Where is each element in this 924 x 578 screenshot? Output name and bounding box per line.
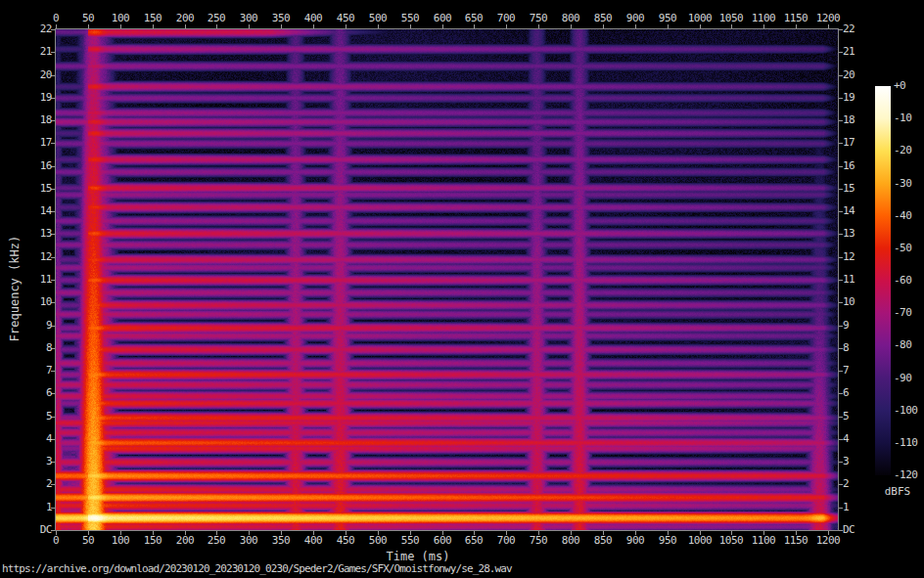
colorbar-tick-label: -90 — [894, 372, 911, 385]
y-tick-label-right: 9 — [843, 319, 849, 333]
x-tick-label-top: 550 — [401, 12, 419, 25]
x-tick-label-top: 150 — [144, 12, 162, 25]
colorbar-tick-label: +0 — [894, 79, 905, 93]
x-tick-label-bottom: 700 — [497, 534, 515, 548]
y-tick-label-left: 1 — [0, 501, 52, 514]
x-tick-label-bottom: 1100 — [752, 534, 776, 548]
x-tick-label-bottom: 550 — [401, 534, 419, 548]
x-tick-label-bottom: 400 — [304, 534, 322, 548]
y-tick-label-right: 7 — [843, 364, 849, 378]
x-tick-label-top: 600 — [434, 12, 451, 25]
y-tick-label-left: 17 — [0, 136, 52, 150]
colorbar-title: dBFS — [875, 485, 920, 498]
y-tick-label-right: 19 — [843, 91, 855, 105]
x-axis-title: Time (ms) — [386, 550, 449, 563]
y-tick-label-left: 15 — [0, 182, 52, 196]
y-tick-label-left: 16 — [0, 159, 52, 173]
x-tick-label-bottom: 950 — [659, 534, 676, 548]
x-tick-label-bottom: 50 — [82, 534, 94, 548]
y-tick-label-left: 10 — [0, 295, 52, 309]
x-tick-label-bottom: 900 — [626, 534, 644, 548]
y-tick-label-right: 16 — [843, 159, 855, 173]
plot-frame — [56, 29, 838, 530]
x-tick-label-top: 400 — [304, 12, 322, 25]
y-tick-label-right: 15 — [843, 182, 855, 196]
y-tick-label-right: 8 — [843, 341, 849, 355]
x-tick-label-bottom: 200 — [176, 534, 194, 548]
colorbar-tick-label: -10 — [894, 111, 911, 125]
colorbar-tick-label: -100 — [894, 404, 918, 418]
y-tick-label-right: 6 — [843, 386, 849, 400]
spectrogram-window: Frequency (kHz) 050100150200250300350400… — [0, 0, 924, 578]
y-tick-label-right: 3 — [843, 455, 849, 468]
x-tick-label-top: 450 — [337, 12, 354, 25]
y-tick-label-right: 14 — [843, 204, 855, 218]
spectrogram-canvas — [56, 29, 838, 530]
colorbar-tick-label: -30 — [894, 177, 911, 191]
colorbar-tick-label: -120 — [894, 468, 918, 482]
y-tick-label-left: 13 — [0, 227, 52, 241]
y-tick-label-right: 17 — [843, 136, 855, 150]
y-tick-label-left: 5 — [0, 410, 52, 423]
x-tick-label-bottom: 350 — [272, 534, 290, 548]
y-tick-label-left: 20 — [0, 68, 52, 82]
x-tick-label-bottom: 450 — [337, 534, 354, 548]
x-tick-label-top: 200 — [176, 12, 194, 25]
y-tick-label-right: 5 — [843, 410, 849, 423]
x-tick-label-bottom: 100 — [112, 534, 129, 548]
x-tick-label-bottom: 600 — [434, 534, 451, 548]
x-tick-label-top: 1100 — [752, 12, 776, 25]
y-tick-label-right: 12 — [843, 250, 855, 264]
colorbar — [875, 86, 891, 475]
y-tick-label-right: 11 — [843, 273, 855, 287]
x-tick-label-bottom: 1050 — [719, 534, 744, 548]
y-tick-label-left: 14 — [0, 204, 52, 218]
y-tick-label-right: 13 — [843, 227, 855, 241]
y-tick-label-right: 18 — [843, 113, 855, 127]
x-tick-label-top: 350 — [272, 12, 290, 25]
y-tick-label-left: 21 — [0, 45, 52, 59]
y-tick-label-right: 1 — [843, 501, 849, 514]
x-tick-label-top: 100 — [112, 12, 129, 25]
x-tick-label-bottom: 850 — [594, 534, 612, 548]
x-tick-label-top: 850 — [594, 12, 612, 25]
x-tick-label-top: 500 — [369, 12, 387, 25]
x-tick-label-top: 700 — [497, 12, 515, 25]
x-tick-label-top: 950 — [659, 12, 676, 25]
x-tick-label-top: 900 — [626, 12, 644, 25]
x-tick-label-bottom: 650 — [465, 534, 483, 548]
x-tick-label-top: 1200 — [816, 12, 841, 25]
x-tick-label-top: 1150 — [784, 12, 808, 25]
y-tick-label-left: 3 — [0, 455, 52, 468]
y-tick-label-left: 18 — [0, 113, 52, 127]
x-tick-label-top: 50 — [82, 12, 94, 25]
y-tick-label-left: 22 — [0, 22, 52, 36]
x-tick-label-bottom: 0 — [53, 534, 59, 548]
y-tick-label-left: 11 — [0, 273, 52, 287]
y-tick-label-left: DC — [0, 523, 52, 537]
colorbar-tick-label: -50 — [894, 242, 911, 255]
x-tick-label-top: 1000 — [688, 12, 713, 25]
y-tick-label-left: 8 — [0, 341, 52, 355]
x-tick-label-top: 0 — [53, 12, 59, 25]
y-tick-label-right: 22 — [843, 22, 855, 36]
y-tick-label-left: 19 — [0, 91, 52, 105]
x-tick-label-bottom: 300 — [240, 534, 257, 548]
x-tick-label-bottom: 1200 — [816, 534, 841, 548]
x-tick-label-bottom: 1000 — [688, 534, 713, 548]
x-tick-label-top: 650 — [465, 12, 483, 25]
x-tick-label-bottom: 750 — [530, 534, 547, 548]
y-tick-label-left: 12 — [0, 250, 52, 264]
y-tick-label-right: 2 — [843, 477, 849, 491]
y-tick-label-left: 4 — [0, 432, 52, 446]
y-tick-label-right: 20 — [843, 68, 855, 82]
x-tick-label-bottom: 250 — [208, 534, 225, 548]
colorbar-tick-label: -110 — [894, 436, 918, 450]
x-tick-label-bottom: 800 — [562, 534, 579, 548]
colorbar-tick-label: -70 — [894, 306, 911, 320]
colorbar-tick-label: -80 — [894, 338, 911, 352]
y-tick-label-left: 9 — [0, 319, 52, 333]
y-tick-label-left: 7 — [0, 364, 52, 378]
y-tick-label-right: DC — [843, 523, 855, 537]
y-tick-label-right: 10 — [843, 295, 855, 309]
